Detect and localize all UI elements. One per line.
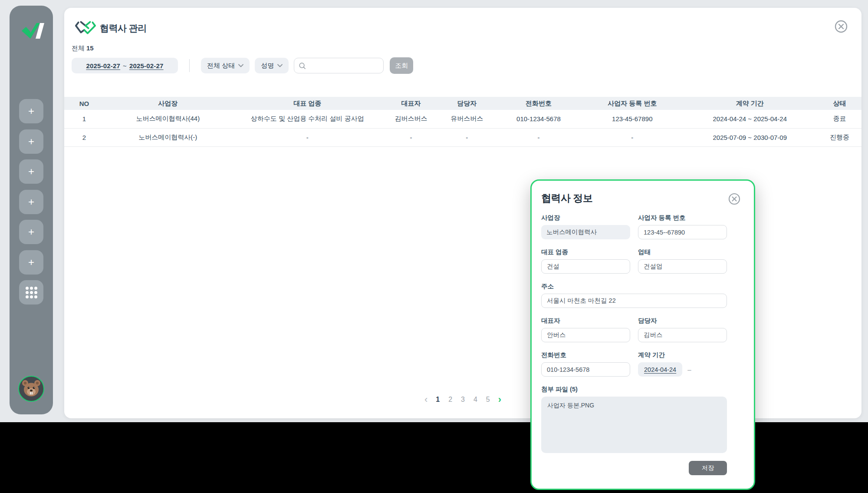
column-header-no: NO <box>64 97 104 110</box>
date-range-separator: ~ <box>123 62 127 69</box>
column-header-industry: 대표 업종 <box>232 97 383 110</box>
search-box <box>294 58 384 73</box>
cell-contract: 2025-07-09 ~ 2030-07-09 <box>682 128 818 146</box>
sidebar-apps-button[interactable] <box>19 280 43 304</box>
cell-manager: 유버스버스 <box>439 110 495 128</box>
sidebar-add-button-1[interactable]: + <box>19 99 43 123</box>
manager-field[interactable] <box>638 328 727 342</box>
user-avatar[interactable] <box>18 376 44 402</box>
phone-label: 전화번호 <box>541 351 630 359</box>
date-range-start[interactable]: 2025-02-27 <box>86 62 120 69</box>
sidebar-add-button-3[interactable]: + <box>19 159 43 184</box>
column-header-regno: 사업자 등록 번호 <box>582 97 682 110</box>
chevron-right-icon[interactable]: › <box>496 395 503 404</box>
regno-field[interactable] <box>638 225 727 239</box>
column-header-workplace: 사업장 <box>104 97 232 110</box>
cell-status: 진행중 <box>818 128 861 146</box>
table-row[interactable]: 2 노버스메이협력사(-) - - - - - 2025-07-09 ~ 203… <box>64 128 861 146</box>
handshake-icon <box>75 19 96 37</box>
search-field-select[interactable]: 성명 <box>255 58 289 73</box>
column-header-ceo: 대표자 <box>383 97 439 110</box>
filter-bar: 2025-02-27 ~ 2025-02-27 전체 상태 성명 조 <box>64 58 861 73</box>
modal-title: 협력사 정보 <box>541 192 754 205</box>
cell-workplace: 노버스메이협력사(44) <box>104 110 232 128</box>
magnifier-icon <box>299 62 306 69</box>
plus-icon: + <box>28 257 34 268</box>
column-header-contract: 계약 기간 <box>682 97 818 110</box>
search-button[interactable]: 조회 <box>390 57 413 74</box>
filter-divider <box>189 59 190 72</box>
industry-field[interactable] <box>541 259 630 274</box>
contract-dash: – <box>687 366 691 373</box>
biztype-field[interactable] <box>638 259 727 274</box>
contract-start-date-picker[interactable]: 2024-04-24 <box>638 362 682 377</box>
cell-regno: 123-45-67890 <box>582 110 682 128</box>
ceo-field[interactable] <box>541 328 630 342</box>
address-field[interactable] <box>541 294 727 308</box>
manager-label: 담당자 <box>638 317 727 325</box>
sidebar-add-button-5[interactable]: + <box>19 220 43 244</box>
contract-label: 계약 기간 <box>638 351 727 359</box>
plus-icon: + <box>28 166 34 177</box>
cell-regno: - <box>582 128 682 146</box>
industry-label: 대표 업종 <box>541 248 630 256</box>
page-button-4[interactable]: 4 <box>471 395 480 404</box>
partner-info-modal: 협력사 정보 사업장 사업자 등록 번호 대표 업종 업태 <box>530 179 755 490</box>
page-button-3[interactable]: 3 <box>459 395 467 404</box>
cell-workplace: 노버스메이협력사(-) <box>104 128 232 146</box>
partners-table: NO 사업장 대표 업종 대표자 담당자 전화번호 사업자 등록 번호 계약 기… <box>64 97 861 147</box>
workplace-label: 사업장 <box>541 214 630 222</box>
attachments-label: 첨부 파일 (5) <box>541 385 727 394</box>
circle-x-icon <box>728 193 740 205</box>
chevron-down-icon <box>277 64 283 67</box>
attachments-area[interactable]: 사업자 등본.PNG <box>541 397 727 453</box>
plus-icon: + <box>28 197 34 207</box>
cell-no: 1 <box>64 110 104 128</box>
cell-ceo: 김버스버스 <box>383 110 439 128</box>
table-header-row: NO 사업장 대표 업종 대표자 담당자 전화번호 사업자 등록 번호 계약 기… <box>64 97 861 110</box>
sidebar-add-button-2[interactable]: + <box>19 129 43 154</box>
page-button-2[interactable]: 2 <box>446 395 454 404</box>
page-button-5[interactable]: 5 <box>484 395 492 404</box>
address-label: 주소 <box>541 282 727 291</box>
phone-field[interactable] <box>541 362 630 377</box>
modal-close-button[interactable] <box>728 193 740 205</box>
column-header-status: 상태 <box>818 97 861 110</box>
chevron-down-icon <box>238 64 243 67</box>
sidebar-add-button-4[interactable]: + <box>19 190 43 214</box>
brand-logo-icon <box>20 21 44 41</box>
column-header-manager: 담당자 <box>439 97 495 110</box>
total-count-label: 전체 <box>72 44 85 52</box>
beaver-avatar-icon <box>19 377 43 401</box>
plus-icon: + <box>28 136 34 147</box>
date-range-picker[interactable]: 2025-02-27 ~ 2025-02-27 <box>72 58 178 73</box>
cell-manager: - <box>439 128 495 146</box>
search-input[interactable] <box>309 59 379 72</box>
cell-industry: - <box>232 128 383 146</box>
save-button[interactable]: 저장 <box>689 461 727 475</box>
cell-status: 종료 <box>818 110 861 128</box>
cell-no: 2 <box>64 128 104 146</box>
total-count-value: 15 <box>86 44 94 52</box>
cell-ceo: - <box>383 128 439 146</box>
cell-phone: 010-1234-5678 <box>495 110 582 128</box>
status-filter-select[interactable]: 전체 상태 <box>201 58 250 73</box>
table-row[interactable]: 1 노버스메이협력사(44) 상하수도 및 산업용 수처리 설비 공사업 김버스… <box>64 110 861 128</box>
plus-icon: + <box>28 106 34 116</box>
modal-content: 사업장 사업자 등록 번호 대표 업종 업태 주소 <box>541 214 727 475</box>
page-button-1[interactable]: 1 <box>434 395 442 404</box>
column-header-phone: 전화번호 <box>495 97 582 110</box>
attachment-file-name[interactable]: 사업자 등본.PNG <box>547 402 594 409</box>
panel-close-button[interactable] <box>835 20 848 33</box>
chevron-left-icon[interactable]: ‹ <box>423 395 429 404</box>
regno-label: 사업자 등록 번호 <box>638 214 727 222</box>
circle-x-icon <box>835 20 848 33</box>
workplace-field <box>541 225 630 239</box>
sidebar-add-button-6[interactable]: + <box>19 250 43 275</box>
total-count: 전체15 <box>64 44 861 53</box>
date-range-end[interactable]: 2025-02-27 <box>129 62 164 69</box>
contract-start-date[interactable]: 2024-04-24 <box>644 366 676 373</box>
status-filter-value: 전체 상태 <box>207 62 235 70</box>
cell-industry: 상하수도 및 산업용 수처리 설비 공사업 <box>232 110 383 128</box>
cell-contract: 2024-04-24 ~ 2025-04-24 <box>682 110 818 128</box>
